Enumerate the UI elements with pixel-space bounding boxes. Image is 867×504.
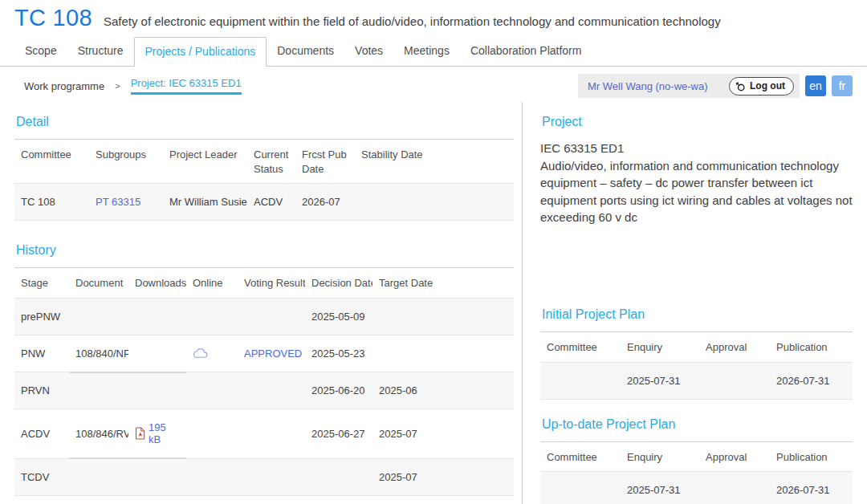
target-date-cell: 2025-07 bbox=[372, 458, 514, 495]
col-target-date: Target Date bbox=[372, 268, 514, 299]
plan-enquiry-cell: 2025-07-31 bbox=[621, 362, 699, 399]
download-pdf-link[interactable]: 195 kB bbox=[149, 421, 180, 445]
detail-frcst-pub-date: 2026-07 bbox=[295, 184, 355, 221]
document-cell: 108/840/NP bbox=[69, 335, 128, 372]
project-section-title: Project bbox=[542, 115, 853, 129]
detail-stability-date bbox=[355, 184, 514, 221]
breadcrumb-work-programme[interactable]: Work programme bbox=[24, 80, 104, 92]
detail-table: Committee Subgroups Project Leader Curre… bbox=[14, 139, 514, 221]
col-enquiry: Enquiry bbox=[621, 332, 699, 363]
top-bar: Work programme > Project: IEC 63315 ED1 … bbox=[0, 67, 867, 102]
plan-publication-cell: 2026-07-31 bbox=[770, 362, 853, 399]
stage-cell: ACDV bbox=[14, 409, 69, 459]
decision-date-cell: 2025-05-09 bbox=[305, 298, 372, 335]
history-header-row: Stage Document Downloads Online Voting R… bbox=[14, 268, 514, 299]
logout-button[interactable]: Log out bbox=[729, 77, 794, 96]
col-decision-date: Decision Date bbox=[305, 268, 372, 299]
detail-current-status: ACDV bbox=[247, 184, 295, 221]
decision-date-cell bbox=[305, 458, 372, 495]
history-row-acdv: ACDV 108/846/RVN 195 kB bbox=[14, 409, 514, 459]
col-committee: Committee bbox=[14, 140, 89, 184]
tab-votes[interactable]: Votes bbox=[344, 37, 393, 66]
current-plan-table: Committee Enquiry Approval Publication 2… bbox=[540, 441, 853, 504]
logout-label: Log out bbox=[750, 80, 785, 91]
plan-committee-cell bbox=[540, 362, 621, 399]
tab-projects-publications[interactable]: Projects / Publications bbox=[134, 37, 267, 67]
current-plan-row: 2025-07-31 2026-07-31 bbox=[540, 472, 853, 504]
target-date-cell: 2025-06 bbox=[372, 372, 514, 409]
initial-plan-table: Committee Enquiry Approval Publication 2… bbox=[540, 331, 853, 400]
initial-plan-row: 2025-07-31 2026-07-31 bbox=[540, 362, 853, 399]
col-committee: Committee bbox=[540, 332, 621, 363]
user-bar: Mr Well Wang (no-we-wa) Log out en fr bbox=[578, 74, 853, 98]
breadcrumb-current-project[interactable]: Project: IEC 63315 ED1 bbox=[131, 77, 242, 95]
username-link[interactable]: Mr Well Wang (no-we-wa) bbox=[588, 80, 708, 92]
initial-plan-header-row: Committee Enquiry Approval Publication bbox=[540, 332, 853, 363]
tab-bar: Scope Structure Projects / Publications … bbox=[0, 37, 867, 67]
detail-section-title: Detail bbox=[16, 115, 514, 129]
col-publication: Publication bbox=[770, 332, 853, 363]
page-header: TC 108 Safety of electronic equipment wi… bbox=[0, 0, 867, 31]
detail-row: TC 108 PT 63315 Mr William Susiene ACDV … bbox=[14, 184, 514, 221]
plan-publication-cell: 2026-07-31 bbox=[770, 472, 853, 504]
initial-plan-section-title: Initial Project Plan bbox=[542, 307, 853, 322]
current-plan-section-title: Up-to-date Project Plan bbox=[542, 417, 853, 432]
stage-cell: prePNW bbox=[14, 298, 69, 335]
user-strip: Mr Well Wang (no-we-wa) Log out bbox=[578, 74, 800, 98]
col-project-leader: Project Leader bbox=[163, 140, 247, 184]
col-current-status: Current Status bbox=[247, 140, 295, 184]
tab-scope[interactable]: Scope bbox=[14, 37, 67, 66]
history-row-prvn: PRVN 2025-06-20 2025-06 bbox=[14, 372, 514, 409]
main-content: Detail Committee Subgroups Project Leade… bbox=[0, 102, 867, 504]
tab-structure[interactable]: Structure bbox=[67, 37, 134, 66]
plan-approval-cell bbox=[699, 362, 770, 399]
col-approval: Approval bbox=[699, 332, 770, 363]
committee-subtitle: Safety of electronic equipment within th… bbox=[104, 14, 721, 28]
tab-documents[interactable]: Documents bbox=[267, 37, 344, 66]
committee-code: TC 108 bbox=[14, 5, 92, 31]
col-downloads: Downloads bbox=[128, 268, 186, 299]
col-publication: Publication bbox=[770, 441, 853, 472]
col-subgroups: Subgroups bbox=[89, 140, 163, 184]
history-row-prepnw: prePNW 2025-05-09 bbox=[14, 298, 514, 335]
project-code: IEC 63315 ED1 bbox=[540, 141, 853, 155]
decision-date-cell: 2025-06-20 bbox=[305, 372, 372, 409]
breadcrumb: Work programme > Project: IEC 63315 ED1 bbox=[24, 77, 242, 95]
plan-committee-cell bbox=[540, 472, 621, 504]
col-stability-date: Stability Date bbox=[355, 140, 514, 184]
stage-cell: PNW bbox=[14, 335, 69, 372]
history-row-pnw: PNW 108/840/NP APPROVED 2025-05-23 bbox=[14, 335, 514, 372]
breadcrumb-separator: > bbox=[115, 81, 120, 91]
stage-cell: TCDV bbox=[14, 458, 69, 495]
detail-header-row: Committee Subgroups Project Leader Curre… bbox=[14, 140, 514, 184]
stage-cell: PRVN bbox=[14, 372, 69, 409]
pdf-icon bbox=[135, 427, 145, 440]
language-fr-button[interactable]: fr bbox=[832, 75, 853, 96]
col-stage: Stage bbox=[14, 268, 69, 299]
tab-collaboration-platform[interactable]: Collaboration Platform bbox=[460, 37, 592, 66]
document-cell: 108/846/RVN bbox=[69, 409, 128, 459]
col-frcst-pub-date: Frcst Pub Date bbox=[295, 140, 355, 184]
history-row-tcdv: TCDV 2025-07 bbox=[14, 458, 514, 495]
plan-enquiry-cell: 2025-07-31 bbox=[621, 472, 699, 504]
current-plan-header-row: Committee Enquiry Approval Publication bbox=[540, 441, 853, 472]
col-enquiry: Enquiry bbox=[621, 441, 699, 472]
history-section-title: History bbox=[16, 243, 514, 258]
power-icon bbox=[735, 81, 746, 91]
subgroup-link[interactable]: PT 63315 bbox=[96, 196, 140, 208]
detail-project-leader: Mr William Susiene bbox=[163, 184, 247, 221]
tab-meetings[interactable]: Meetings bbox=[393, 37, 460, 66]
language-en-button[interactable]: en bbox=[805, 75, 826, 96]
plan-approval-cell bbox=[699, 472, 770, 504]
col-online: Online bbox=[186, 268, 238, 299]
col-approval: Approval bbox=[699, 441, 770, 472]
decision-date-cell: 2025-06-27 bbox=[305, 409, 372, 459]
voting-result-link[interactable]: APPROVED bbox=[244, 348, 302, 360]
left-panel: Detail Committee Subgroups Project Leade… bbox=[0, 102, 522, 504]
cloud-icon[interactable] bbox=[193, 348, 231, 359]
history-table: Stage Document Downloads Online Voting R… bbox=[14, 267, 514, 496]
target-date-cell bbox=[372, 298, 514, 335]
target-date-cell bbox=[372, 335, 514, 372]
right-panel: Project IEC 63315 ED1 Audio/video, infor… bbox=[522, 102, 867, 504]
detail-committee: TC 108 bbox=[14, 184, 89, 221]
